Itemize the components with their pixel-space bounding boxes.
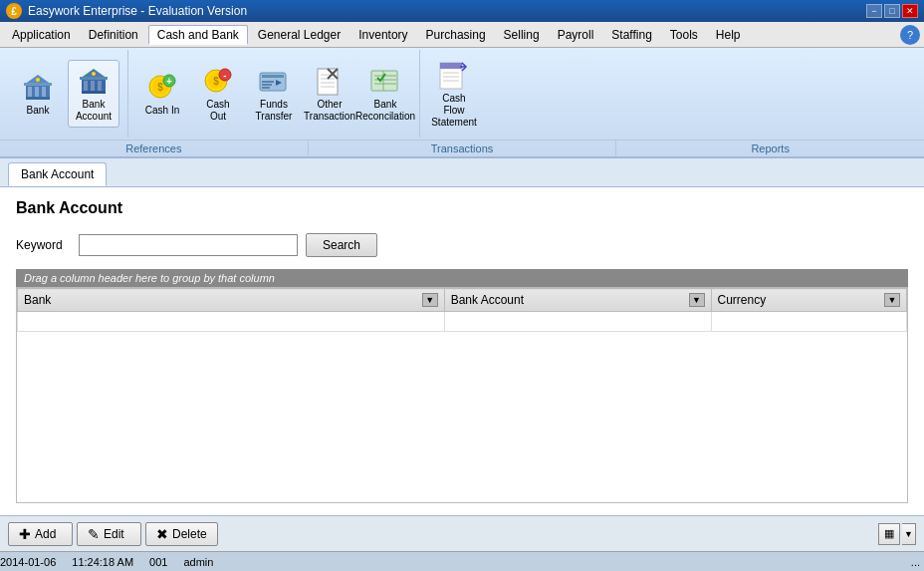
status-dots: ...: [911, 556, 924, 568]
menu-help[interactable]: Help: [708, 26, 749, 44]
other-transaction-icon: [314, 65, 346, 97]
status-code: 001: [149, 556, 167, 568]
ribbon-btn-other-transaction[interactable]: OtherTransaction: [304, 60, 355, 128]
ribbon-content: Bank: [0, 48, 924, 140]
add-button[interactable]: ✚ Add: [8, 522, 73, 546]
svg-rect-5: [26, 97, 50, 100]
svg-text:-: -: [223, 70, 226, 81]
other-transaction-label: OtherTransaction: [304, 99, 355, 123]
col-currency-dropdown[interactable]: ▼: [884, 293, 900, 307]
title-bar-controls: − □ ✕: [866, 4, 918, 18]
svg-rect-11: [98, 81, 102, 91]
ribbon-section-references: References: [0, 141, 309, 156]
table-container: Bank ▼ Bank Account ▼ Cu: [16, 287, 908, 503]
menu-bar: Application Definition Cash and Bank Gen…: [0, 22, 924, 48]
ribbon-btn-cash-in[interactable]: $ + Cash In: [136, 66, 188, 122]
search-row: Keyword Search: [16, 233, 908, 257]
status-user: admin: [183, 556, 213, 568]
title-bar: £ Easywork Enterprise - Evaluation Versi…: [0, 0, 924, 22]
maximize-button[interactable]: □: [884, 4, 900, 18]
ribbon-btn-cash-out[interactable]: $ - CashOut: [192, 60, 244, 128]
table-header-row: Bank ▼ Bank Account ▼ Cu: [18, 289, 907, 312]
empty-cell-currency: [711, 312, 906, 332]
delete-icon: ✖: [156, 526, 168, 542]
funds-transfer-icon: [258, 65, 290, 97]
menu-cash-and-bank[interactable]: Cash and Bank: [148, 25, 248, 45]
ribbon-group-transactions: $ + Cash In $: [128, 50, 420, 138]
menu-staffing[interactable]: Staffing: [603, 26, 659, 44]
main-window: Application Definition Cash and Bank Gen…: [0, 22, 924, 571]
menu-purchasing[interactable]: Purchasing: [418, 26, 494, 44]
title-bar-left: £ Easywork Enterprise - Evaluation Versi…: [6, 3, 247, 19]
ribbon-section-transactions: Transactions: [309, 141, 617, 156]
minimize-button[interactable]: −: [866, 4, 882, 18]
svg-rect-6: [24, 83, 52, 86]
group-header: Drag a column header here to group by th…: [16, 269, 908, 287]
status-time: 11:24:18 AM: [72, 556, 133, 568]
ribbon-footer: References Transactions Reports: [0, 140, 924, 156]
status-date: 2014-01-06: [0, 556, 56, 568]
cash-in-icon: $ +: [146, 71, 178, 103]
close-button[interactable]: ✕: [902, 4, 918, 18]
menu-tools[interactable]: Tools: [662, 26, 706, 44]
delete-label: Delete: [172, 527, 207, 541]
edit-icon: ✎: [88, 526, 100, 542]
svg-rect-3: [42, 87, 46, 97]
menu-application[interactable]: Application: [4, 26, 79, 44]
table-body: [18, 312, 907, 332]
bank-account-label: BankAccount: [76, 99, 112, 123]
bank-icon: [22, 71, 54, 103]
status-bar: 2014-01-06 11:24:18 AM 001 admin ...: [0, 551, 924, 571]
cash-flow-label: Cash FlowStatement: [431, 93, 477, 129]
svg-point-15: [92, 72, 96, 76]
svg-rect-27: [262, 75, 284, 78]
svg-rect-2: [35, 87, 39, 97]
edit-button[interactable]: ✎ Edit: [77, 522, 141, 546]
col-header-currency: Currency ▼: [711, 289, 906, 312]
help-icon[interactable]: ?: [900, 25, 920, 45]
svg-text:+: +: [166, 76, 172, 87]
svg-rect-10: [91, 81, 95, 91]
ribbon-btn-funds-transfer[interactable]: FundsTransfer: [248, 60, 300, 128]
edit-label: Edit: [104, 527, 124, 541]
ribbon-btn-bank-reconciliation[interactable]: BankReconcilation: [359, 60, 411, 128]
delete-button[interactable]: ✖ Delete: [145, 522, 218, 546]
ribbon-group-references: Bank: [4, 50, 128, 138]
menu-general-ledger[interactable]: General Ledger: [250, 26, 348, 44]
app-icon: £: [6, 3, 22, 19]
content-area: Bank Account Keyword Search Drag a colum…: [0, 187, 924, 515]
ribbon-btn-bank[interactable]: Bank: [12, 66, 64, 122]
toolbar-left: ✚ Add ✎ Edit ✖ Delete: [8, 522, 218, 546]
menu-inventory[interactable]: Inventory: [350, 26, 415, 44]
table-empty-row: [18, 312, 907, 332]
menu-definition[interactable]: Definition: [81, 26, 146, 44]
cash-flow-icon: [438, 59, 470, 91]
window-title: Easywork Enterprise - Evaluation Version: [28, 4, 247, 18]
bank-account-icon: [78, 65, 110, 97]
ribbon-btn-bank-account[interactable]: BankAccount: [68, 60, 119, 128]
bank-reconciliation-label: BankReconcilation: [355, 99, 415, 123]
menu-selling[interactable]: Selling: [496, 26, 548, 44]
svg-rect-1: [28, 87, 32, 97]
col-header-account: Bank Account ▼: [444, 289, 711, 312]
col-currency-label: Currency: [718, 293, 767, 307]
data-table: Bank ▼ Bank Account ▼ Cu: [17, 288, 907, 332]
nav-dropdown[interactable]: ▼: [902, 523, 916, 545]
col-bank-label: Bank: [24, 293, 51, 307]
cash-out-label: CashOut: [206, 99, 229, 123]
funds-transfer-label: FundsTransfer: [256, 99, 293, 123]
svg-rect-14: [80, 77, 108, 80]
col-bank-dropdown[interactable]: ▼: [422, 293, 438, 307]
menu-payroll[interactable]: Payroll: [550, 26, 602, 44]
svg-rect-9: [84, 81, 88, 91]
svg-point-7: [36, 78, 40, 82]
ribbon-group-reports: Cash FlowStatement: [420, 50, 488, 138]
nav-button[interactable]: ▦: [878, 523, 900, 545]
search-button[interactable]: Search: [306, 233, 377, 257]
tab-bank-account[interactable]: Bank Account: [8, 162, 107, 186]
col-account-dropdown[interactable]: ▼: [689, 293, 705, 307]
tab-bar: Bank Account: [0, 158, 924, 187]
ribbon-btn-cash-flow[interactable]: Cash FlowStatement: [428, 54, 480, 134]
col-header-bank: Bank ▼: [18, 289, 445, 312]
keyword-input[interactable]: [79, 234, 298, 256]
